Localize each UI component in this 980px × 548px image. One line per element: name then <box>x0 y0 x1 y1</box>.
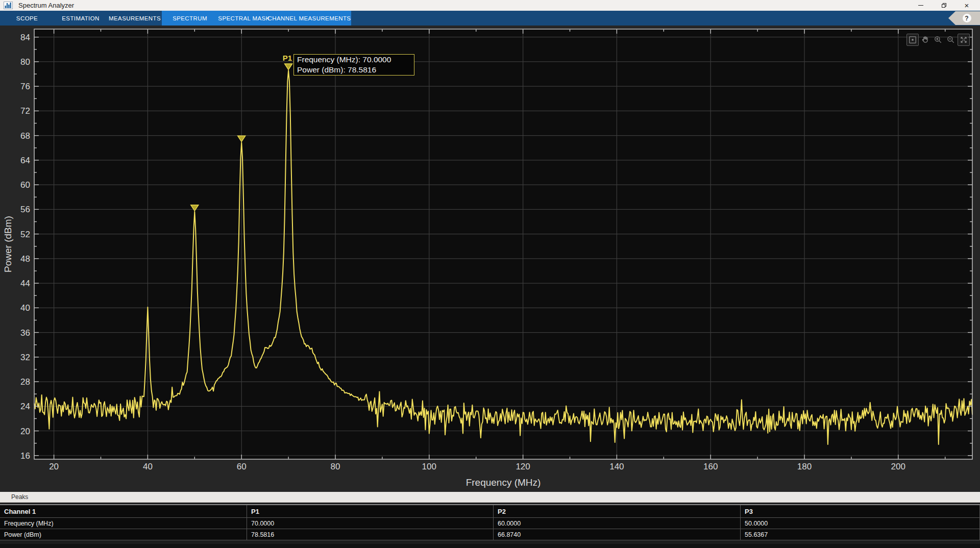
spectrum-chart[interactable]: 2040608010012014016018020016202428323640… <box>0 26 980 492</box>
x-tick-label: 140 <box>609 462 624 471</box>
spectrum-plot-panel: 2040608010012014016018020016202428323640… <box>0 26 980 492</box>
zoom-in-icon[interactable] <box>932 34 944 46</box>
peaks-table-row-label: Power (dBm) <box>0 529 247 540</box>
peaks-table: Channel 1P1P2P3Frequency (MHz)70.000060.… <box>0 504 980 540</box>
x-tick-label: 120 <box>516 462 530 471</box>
datatip[interactable]: Frequency (MHz): 70.0000 Power (dBm): 78… <box>293 54 414 76</box>
y-tick-label: 28 <box>20 377 30 387</box>
close-icon: × <box>965 2 969 9</box>
y-tick-label: 16 <box>20 451 30 461</box>
y-tick-label: 32 <box>20 353 30 362</box>
y-tick-label: 40 <box>20 303 30 313</box>
y-tick-label: 44 <box>20 279 30 288</box>
y-tick-label: 80 <box>20 57 30 67</box>
x-tick-label: 100 <box>422 462 436 471</box>
help-button[interactable]: ? <box>948 11 980 25</box>
axes-toolbar <box>906 34 970 46</box>
peaks-table-header-p2: P2 <box>494 505 741 518</box>
peaks-table-header-p3: P3 <box>741 505 980 518</box>
peaks-panel-title: Peaks <box>11 493 28 501</box>
peaks-table-value: 70.0000 <box>247 518 494 529</box>
tab-scope[interactable]: SCOPE <box>10 11 44 26</box>
minimize-icon <box>918 5 923 6</box>
autoscale-icon[interactable] <box>906 34 919 46</box>
tab-spectrum[interactable]: SPECTRUM <box>166 11 213 26</box>
peaks-table-value: 50.0000 <box>741 518 980 529</box>
x-tick-label: 20 <box>49 462 59 471</box>
peak-marker-label-p1: P1 <box>263 54 292 62</box>
y-tick-label: 24 <box>20 402 30 411</box>
y-tick-label: 48 <box>20 254 30 264</box>
restore-button[interactable] <box>935 0 953 11</box>
y-tick-label: 84 <box>20 33 30 42</box>
y-axis-title: Power (dBm) <box>3 216 13 272</box>
x-tick-label: 80 <box>331 462 340 471</box>
y-tick-label: 72 <box>20 106 30 116</box>
peaks-table-value: 66.8740 <box>494 529 741 540</box>
x-tick-label: 180 <box>797 462 812 471</box>
peaks-table-filler <box>0 540 980 544</box>
tab-channel-measurements[interactable]: CHANNEL MEASUREMENTS <box>274 11 345 26</box>
restore-icon <box>942 3 946 8</box>
tab-spectral-mask[interactable]: SPECTRAL MASK <box>218 11 270 26</box>
y-tick-label: 64 <box>20 156 30 165</box>
app-icon <box>4 2 13 9</box>
peaks-table-value: 78.5816 <box>247 529 494 540</box>
x-axis-title: Frequency (MHz) <box>466 477 541 488</box>
x-tick-label: 60 <box>237 462 247 471</box>
peaks-panel-header[interactable]: Peaks <box>0 492 980 503</box>
zoom-out-icon[interactable] <box>945 34 957 46</box>
help-icon: ? <box>963 14 971 22</box>
y-tick-label: 36 <box>20 328 30 338</box>
datatip-line-frequency: Frequency (MHz): 70.0000 <box>297 55 411 65</box>
close-button[interactable]: × <box>958 0 976 11</box>
peaks-table-header-p1: P1 <box>247 505 494 518</box>
y-tick-label: 52 <box>20 230 30 239</box>
y-tick-label: 68 <box>20 131 30 141</box>
pan-icon[interactable] <box>919 34 932 46</box>
spectrum-analyzer-window: Spectrum Analyzer × SCOPE ESTIMATION MEA… <box>0 0 980 548</box>
title-bar: Spectrum Analyzer × <box>0 0 980 11</box>
peaks-table-row-label: Frequency (MHz) <box>0 518 247 529</box>
y-tick-label: 60 <box>20 180 30 190</box>
x-tick-label: 200 <box>891 462 905 471</box>
x-tick-label: 40 <box>143 462 153 471</box>
minimize-button[interactable] <box>912 0 930 11</box>
y-tick-label: 20 <box>20 427 30 436</box>
toolstrip: SCOPE ESTIMATION MEASUREMENTS SPECTRUM S… <box>0 11 980 26</box>
peaks-table-value: 55.6367 <box>741 529 980 540</box>
y-tick-label: 76 <box>20 82 30 91</box>
tab-estimation[interactable]: ESTIMATION <box>57 11 105 26</box>
datatip-line-power: Power (dBm): 78.5816 <box>297 65 411 75</box>
tab-measurements[interactable]: MEASUREMENTS <box>105 11 164 26</box>
peaks-table-header-channel: Channel 1 <box>0 505 247 518</box>
plot-background <box>34 29 972 459</box>
y-tick-label: 56 <box>20 205 30 214</box>
bottom-strip <box>0 544 980 548</box>
x-tick-label: 160 <box>703 462 718 471</box>
peaks-table-value: 60.0000 <box>494 518 741 529</box>
window-title: Spectrum Analyzer <box>18 2 74 9</box>
restore-view-icon[interactable] <box>958 34 970 46</box>
